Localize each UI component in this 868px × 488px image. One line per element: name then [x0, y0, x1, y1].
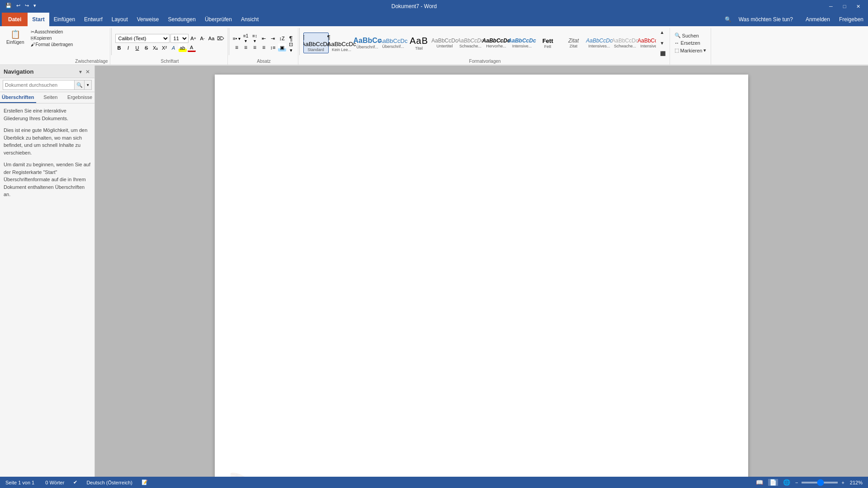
close-button[interactable]: ✕ — [852, 2, 864, 11]
align-right-button[interactable]: ≡ — [251, 43, 259, 52]
document-page[interactable]: 🪶 — [215, 75, 748, 477]
font-size-select[interactable]: 11 — [170, 34, 189, 43]
ausschneiden-button[interactable]: ✂ Ausschneiden — [29, 29, 74, 35]
decrease-indent-button[interactable]: ⇤ — [260, 34, 268, 42]
markieren-button[interactable]: ⬚ Markieren ▾ — [673, 47, 708, 54]
numbered-list-button[interactable]: ≡1 ▾ — [242, 34, 250, 42]
track-changes-icon[interactable]: 📝 — [142, 479, 148, 485]
tab-entwurf[interactable]: Entwurf — [80, 13, 107, 26]
style-ueberschrift2[interactable]: AaBbCcDc Überschrif... — [381, 36, 406, 50]
style-untertitel[interactable]: AaBbCcDc Untertitel — [432, 36, 458, 50]
page-info[interactable]: Seite 1 von 1 — [4, 480, 36, 485]
styles-scroll-up-button[interactable]: ▲ — [659, 29, 667, 35]
text-highlight-button[interactable]: ab — [179, 44, 187, 52]
language[interactable]: Deutsch (Österreich) — [85, 480, 134, 485]
ribbon-group-bearbeiten: 🔍 Suchen ↔ Ersetzen ⬚ Markieren ▾ Bearbe… — [670, 28, 712, 65]
border-button[interactable]: ⊡ ▾ — [287, 43, 295, 52]
save-button[interactable]: 💾 — [4, 2, 14, 9]
read-mode-button[interactable]: 📖 — [755, 479, 764, 486]
align-center-button[interactable]: ≡ — [242, 43, 250, 52]
superscript-button[interactable]: X² — [160, 44, 169, 52]
restore-button[interactable]: □ — [838, 2, 851, 11]
styles-expand-button[interactable]: ⬛ — [659, 51, 667, 56]
nav-tab-ueberschriften[interactable]: Überschriften — [0, 92, 36, 103]
style-intensive-bet[interactable]: AaBbCcDc Intensive... — [509, 36, 535, 50]
style-schwache-bet[interactable]: AaBbCcDc Schwache... — [458, 36, 483, 50]
style-ib-preview: AaBbCcDc — [508, 38, 536, 44]
tab-datei[interactable]: Datei — [2, 13, 28, 26]
justify-button[interactable]: ≡ — [260, 43, 268, 52]
styles-scroll-down-button[interactable]: ▼ — [659, 40, 667, 46]
einfuegen-button[interactable]: 📋 Einfügen — [4, 29, 27, 46]
web-layout-button[interactable]: 🌐 — [782, 479, 792, 486]
format-uebertragen-button[interactable]: 🖌 Format übertragen — [29, 42, 74, 47]
ribbon-group-schriftart: Calibri (Text) 11 A+ A- Aa ⌦ B I U S X₂ — [113, 28, 228, 65]
style-kein-leerraum[interactable]: ¶ AaBbCcDc Kein Lee... — [329, 33, 354, 53]
tab-sendungen[interactable]: Sendungen — [163, 13, 200, 26]
font-name-select[interactable]: Calibri (Text) — [115, 34, 170, 43]
tab-verweise[interactable]: Verweise — [132, 13, 164, 26]
navigation-close-button[interactable]: ✕ — [85, 69, 91, 75]
suchen-button[interactable]: 🔍 Suchen — [673, 32, 708, 39]
tab-einfuegen[interactable]: Einfügen — [49, 13, 80, 26]
zoom-slider[interactable] — [802, 482, 838, 483]
sort-button[interactable]: ↕Z — [278, 34, 286, 42]
tab-start[interactable]: Start — [28, 13, 49, 26]
kopieren-button[interactable]: ⎘ Kopieren — [29, 35, 74, 41]
navigation-search-button[interactable]: 🔍 — [75, 80, 85, 90]
style-schwache-ref[interactable]: AaBbCcDc Schwache... — [613, 36, 638, 50]
zoom-level[interactable]: 212% — [848, 480, 864, 485]
bold-button[interactable]: B — [115, 44, 123, 52]
navigation-options-button[interactable]: ▾ — [78, 69, 83, 75]
font-size-decrease-button[interactable]: A- — [198, 34, 207, 42]
nav-tab-ergebnisse[interactable]: Ergebnisse — [65, 92, 94, 103]
font-color-button[interactable]: A — [188, 44, 196, 52]
zoom-increase-button[interactable]: + — [841, 480, 844, 485]
style-fett[interactable]: Fett Fett — [535, 36, 561, 50]
style-intensives-zit[interactable]: AaBbCcDc Intensives... — [587, 36, 612, 50]
underline-button[interactable]: U — [133, 44, 142, 52]
navigation-search-dropdown[interactable]: ▾ — [85, 80, 92, 90]
navigation-search-input[interactable] — [3, 80, 75, 90]
tab-ueberpruefen[interactable]: Überprüfen — [200, 13, 236, 26]
redo-button[interactable]: ↪ — [23, 2, 31, 9]
multilevel-list-button[interactable]: ≡↕ ▾ — [251, 34, 259, 42]
strikethrough-button[interactable]: S — [142, 44, 151, 52]
nav-tab-seiten[interactable]: Seiten — [36, 92, 66, 103]
spell-check-icon[interactable]: ✔ — [73, 479, 77, 485]
style-h-label: Hervorhe... — [486, 44, 506, 48]
style-standard[interactable]: ¶ AaBbCcDc Standard — [303, 33, 329, 53]
document-area[interactable]: 🪶 — [95, 66, 868, 477]
shading-button[interactable]: ▣ — [278, 43, 286, 52]
subscript-button[interactable]: X₂ — [151, 44, 160, 52]
undo-button[interactable]: ↩ — [14, 2, 22, 9]
change-case-button[interactable]: Aa — [208, 34, 216, 42]
line-spacing-button[interactable]: ↕≡ — [269, 43, 277, 52]
bullet-list-button[interactable]: ≡• ▾ — [233, 34, 241, 42]
style-titel[interactable]: AaB Titel — [406, 34, 432, 52]
style-iz-label: Intensives... — [589, 44, 610, 48]
word-count[interactable]: 0 Wörter — [43, 480, 66, 485]
style-intensiver-bez[interactable]: AaBbCcDc Intensiver... — [638, 36, 656, 50]
clear-formatting-button[interactable]: ⌦ — [217, 34, 225, 42]
font-size-increase-button[interactable]: A+ — [189, 34, 198, 42]
minimize-button[interactable]: ─ — [825, 2, 837, 11]
zoom-decrease-button[interactable]: − — [795, 480, 798, 485]
print-layout-button[interactable]: 📄 — [768, 479, 778, 486]
italic-button[interactable]: I — [124, 44, 132, 52]
style-zitat[interactable]: Zitat Zitat — [561, 36, 586, 50]
ersetzen-button[interactable]: ↔ Ersetzen — [673, 40, 708, 46]
help-search-button[interactable]: 🔍 Was möchten Sie tun? — [718, 14, 799, 24]
tab-layout[interactable]: Layout — [107, 13, 132, 26]
ribbon-divider-3 — [299, 28, 300, 55]
customize-quick-access-button[interactable]: ▾ — [32, 2, 38, 9]
increase-indent-button[interactable]: ⇥ — [269, 34, 277, 42]
text-effects-button[interactable]: A — [170, 44, 178, 52]
tab-ansicht[interactable]: Ansicht — [236, 13, 263, 26]
anmelden-button[interactable]: Anmelden — [803, 15, 833, 23]
style-hervorh[interactable]: AaBbCcDc Hervorhe... — [484, 36, 509, 50]
align-left-button[interactable]: ≡ — [233, 43, 241, 52]
status-bar-left: Seite 1 von 1 0 Wörter ✔ Deutsch (Österr… — [4, 479, 148, 485]
style-ueberschrift1[interactable]: AaBbCc Überschrif... — [355, 35, 380, 51]
freigeben-button[interactable]: Freigeben — [836, 15, 866, 23]
